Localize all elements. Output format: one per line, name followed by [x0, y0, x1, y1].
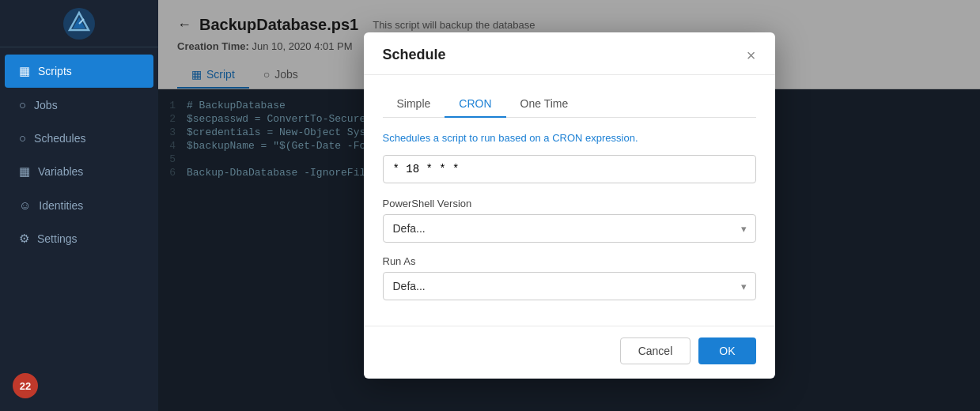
sidebar-item-schedules-label: Schedules	[34, 132, 85, 145]
notification-badge: 22	[13, 373, 38, 398]
desc-prefix: Schedules a script to	[383, 132, 479, 144]
sidebar-item-scripts-label: Scripts	[38, 65, 72, 77]
schedule-description: Schedules a script to run based on a CRO…	[383, 132, 756, 144]
modal-footer: Cancel OK	[364, 326, 775, 379]
cancel-button[interactable]: Cancel	[620, 337, 691, 364]
modal-close-button[interactable]: ×	[747, 47, 756, 63]
modal-body: Simple CRON One Time Schedules a script …	[364, 75, 775, 326]
powershell-version-wrapper: Defa... 5.1 7.0 7.1 ▾	[383, 214, 756, 243]
sidebar-footer: 22	[0, 360, 158, 411]
modal-overlay: Schedule × Simple CRON One Time Sched	[158, 0, 980, 411]
onetime-tab-label: One Time	[520, 97, 569, 110]
runas-label: Run As	[383, 255, 756, 267]
modal-header: Schedule ×	[364, 32, 775, 75]
sidebar-logo	[0, 0, 158, 47]
cron-tab-label: CRON	[459, 97, 491, 110]
sidebar: ▦ Scripts ○ Jobs ○ Schedules ▦ Variables…	[0, 0, 158, 411]
schedule-tab-simple[interactable]: Simple	[383, 91, 445, 118]
desc-suffix: based on a CRON expression.	[498, 132, 638, 144]
simple-tab-label: Simple	[397, 97, 431, 110]
powershell-version-select[interactable]: Defa... 5.1 7.0 7.1	[383, 214, 756, 243]
sidebar-item-settings-label: Settings	[37, 232, 78, 245]
schedule-tab-onetime[interactable]: One Time	[506, 91, 583, 118]
main-content: ← BackupDatabase.ps1 This script will ba…	[158, 0, 980, 411]
settings-icon: ⚙	[19, 232, 29, 246]
identities-icon: ☺	[19, 198, 31, 212]
sidebar-item-identities[interactable]: ☺ Identities	[5, 189, 153, 221]
sidebar-item-jobs-label: Jobs	[34, 99, 58, 111]
desc-highlight: run	[481, 132, 496, 144]
sidebar-item-identities-label: Identities	[39, 199, 83, 212]
variables-icon: ▦	[19, 164, 30, 179]
runas-select[interactable]: Defa... User1 User2	[383, 272, 756, 300]
schedule-tabs: Simple CRON One Time	[383, 91, 756, 118]
sidebar-nav: ▦ Scripts ○ Jobs ○ Schedules ▦ Variables…	[0, 47, 158, 360]
sidebar-item-scripts[interactable]: ▦ Scripts	[5, 55, 153, 88]
sidebar-item-variables[interactable]: ▦ Variables	[5, 155, 153, 188]
schedules-icon: ○	[19, 131, 26, 145]
schedule-tab-cron[interactable]: CRON	[445, 91, 505, 118]
runas-wrapper: Defa... User1 User2 ▾	[383, 272, 756, 300]
powershell-version-label: PowerShell Version	[383, 198, 756, 209]
ok-button[interactable]: OK	[698, 337, 755, 364]
scripts-icon: ▦	[19, 64, 30, 78]
sidebar-item-schedules[interactable]: ○ Schedules	[5, 122, 153, 154]
cron-expression-input[interactable]	[383, 155, 756, 183]
schedule-modal: Schedule × Simple CRON One Time Sched	[364, 32, 775, 379]
sidebar-item-settings[interactable]: ⚙ Settings	[5, 222, 153, 255]
modal-title: Schedule	[383, 47, 446, 63]
jobs-icon: ○	[19, 98, 26, 111]
sidebar-item-variables-label: Variables	[38, 165, 83, 178]
sidebar-item-jobs[interactable]: ○ Jobs	[5, 89, 153, 121]
app-logo-icon	[62, 6, 96, 41]
